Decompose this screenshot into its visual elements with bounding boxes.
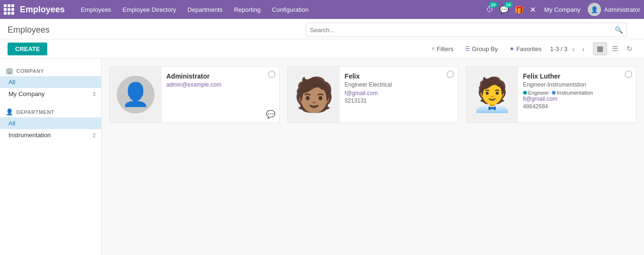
- chat-icon-0[interactable]: 💬: [266, 110, 275, 119]
- toolbar-left: CREATE: [8, 43, 47, 55]
- employee-cards-grid: 👤 Administrator admin@example.com 💬 🧑🏽 F…: [109, 66, 636, 123]
- view-toggle: ▦ ☰ ↻: [593, 42, 636, 55]
- favorites-label: Favorites: [516, 45, 541, 53]
- toolbar: CREATE ▿ Filters ☰ Group By ★ Favorites …: [0, 39, 644, 59]
- card-name-0: Administrator: [166, 72, 275, 80]
- nav-departments[interactable]: Departments: [183, 4, 227, 15]
- sidebar-item-instrumentation-label: Instrumentation: [9, 132, 51, 139]
- company-selector[interactable]: My Company: [541, 5, 584, 14]
- employee-card-0[interactable]: 👤 Administrator admin@example.com 💬: [109, 66, 280, 123]
- chat-icon-btn[interactable]: 💬 14: [498, 4, 510, 15]
- star-icon: ★: [509, 45, 515, 52]
- app-title: Employees: [20, 5, 65, 15]
- list-view-button[interactable]: ☰: [608, 42, 622, 55]
- sidebar-item-all-company-label: All: [9, 79, 15, 86]
- pagination-text: 1-3 / 3: [550, 45, 567, 53]
- employee-card-1[interactable]: 🧑🏽 Felix Engineer Electrical f@gmail.com…: [287, 66, 458, 123]
- card-info-1: Felix Engineer Electrical f@gmail.com 32…: [340, 67, 457, 123]
- card-avatar-2: 🧑‍💼: [466, 67, 518, 123]
- card-avatar-1: 🧑🏽: [288, 67, 340, 123]
- close-icon-btn[interactable]: ✕: [529, 4, 537, 15]
- settings-view-button[interactable]: ↻: [623, 42, 636, 55]
- instrumentation-count: 2: [93, 132, 95, 138]
- sidebar: 🏢 COMPANY All My Company 3 👤 DEPARTMENT …: [0, 59, 102, 255]
- search-icon[interactable]: 🔍: [615, 26, 623, 34]
- sidebar-item-instrumentation[interactable]: Instrumentation 2: [0, 129, 101, 141]
- page-header: Employees 🔍: [0, 19, 644, 39]
- card-job-1: Engineer Electrical: [344, 81, 453, 88]
- create-button[interactable]: CREATE: [8, 43, 47, 55]
- sidebar-item-all-company[interactable]: All: [0, 76, 101, 88]
- app-grid-icon[interactable]: [4, 4, 14, 15]
- tag-engineer: Engineer: [523, 90, 549, 96]
- clock-icon-btn[interactable]: ⏱ 10: [485, 4, 495, 15]
- nav-employee-directory[interactable]: Employee Directory: [118, 4, 180, 15]
- user-name: Administrator: [604, 6, 640, 13]
- groupby-label: Group By: [472, 45, 498, 53]
- tag-label-engineer: Engineer: [528, 90, 549, 96]
- chat-badge: 14: [504, 2, 513, 8]
- avatar-placeholder-0: 👤: [117, 76, 155, 114]
- card-info-0: Administrator admin@example.com: [162, 67, 279, 123]
- card-phone-2: 48642684: [523, 103, 631, 110]
- page-title: Employees: [8, 25, 50, 35]
- avatar-emoji-2: 🧑‍💼: [472, 78, 513, 111]
- department-section-label: 👤 DEPARTMENT: [0, 106, 101, 117]
- card-info-2: Felix Luther Engineer-Instrumentstion En…: [518, 67, 636, 123]
- sidebar-item-all-dept[interactable]: All: [0, 117, 101, 129]
- company-section-label: 🏢 COMPANY: [0, 64, 101, 76]
- department-icon: 👤: [6, 108, 14, 115]
- card-email-2: fl@gmail.com: [523, 96, 631, 102]
- body-layout: 🏢 COMPANY All My Company 3 👤 DEPARTMENT …: [0, 59, 644, 255]
- tag-label-instrumentation: Instrumentation: [557, 90, 593, 96]
- tag-instrumentation: Instrumentation: [552, 90, 593, 96]
- sidebar-item-my-company[interactable]: My Company 3: [0, 88, 101, 100]
- topbar: Employees Employees Employee Directory D…: [0, 0, 644, 19]
- filter-icon: ▿: [432, 45, 435, 52]
- nav-employees[interactable]: Employees: [76, 4, 116, 15]
- nav-reporting[interactable]: Reporting: [229, 4, 265, 15]
- topbar-actions: ⏱ 10 💬 14 🎁 ✕ My Company 👤 Administrator: [485, 3, 640, 16]
- clock-badge: 10: [489, 2, 498, 8]
- search-input[interactable]: [310, 26, 615, 34]
- card-select-1[interactable]: [447, 70, 454, 78]
- content-area: 👤 Administrator admin@example.com 💬 🧑🏽 F…: [102, 59, 644, 255]
- groupby-button[interactable]: ☰ Group By: [462, 44, 501, 54]
- pagination: 1-3 / 3 ‹ ›: [550, 44, 587, 54]
- tag-dot-engineer: [523, 91, 527, 95]
- tag-dot-instrumentation: [552, 91, 556, 95]
- prev-page-button[interactable]: ‹: [569, 44, 577, 54]
- toolbar-right: ▿ Filters ☰ Group By ★ Favorites 1-3 / 3…: [429, 42, 636, 55]
- card-name-2: Felix Luther: [523, 72, 631, 80]
- employee-card-2[interactable]: 🧑‍💼 Felix Luther Engineer-Instrumentstio…: [466, 66, 636, 123]
- top-nav: Employees Employee Directory Departments…: [76, 4, 485, 15]
- company-icon: 🏢: [6, 67, 14, 74]
- filters-button[interactable]: ▿ Filters: [429, 44, 456, 54]
- card-select-2[interactable]: [625, 70, 632, 78]
- avatar-emoji-1: 🧑🏽: [293, 78, 335, 111]
- avatar-circle: 👤: [588, 3, 601, 16]
- card-job-2: Engineer-Instrumentstion: [523, 81, 631, 88]
- groupby-icon: ☰: [465, 45, 470, 52]
- gift-icon-btn[interactable]: 🎁: [514, 4, 525, 15]
- card-avatar-0: 👤: [110, 67, 162, 123]
- my-company-count: 3: [93, 91, 95, 97]
- sidebar-item-all-dept-label: All: [9, 120, 15, 127]
- card-tags-2: Engineer Instrumentation: [523, 90, 631, 96]
- filters-label: Filters: [437, 45, 453, 53]
- kanban-view-button[interactable]: ▦: [593, 42, 607, 55]
- card-phone-1: 3213131: [344, 97, 453, 104]
- user-avatar[interactable]: 👤 Administrator: [588, 3, 640, 16]
- card-email-0: admin@example.com: [166, 81, 275, 88]
- next-page-button[interactable]: ›: [579, 44, 587, 54]
- card-name-1: Felix: [344, 72, 453, 80]
- sidebar-item-my-company-label: My Company: [9, 90, 45, 97]
- favorites-button[interactable]: ★ Favorites: [507, 44, 544, 54]
- search-bar: 🔍: [306, 23, 627, 37]
- card-email-1: f@gmail.com: [344, 90, 453, 97]
- nav-configuration[interactable]: Configuration: [267, 4, 313, 15]
